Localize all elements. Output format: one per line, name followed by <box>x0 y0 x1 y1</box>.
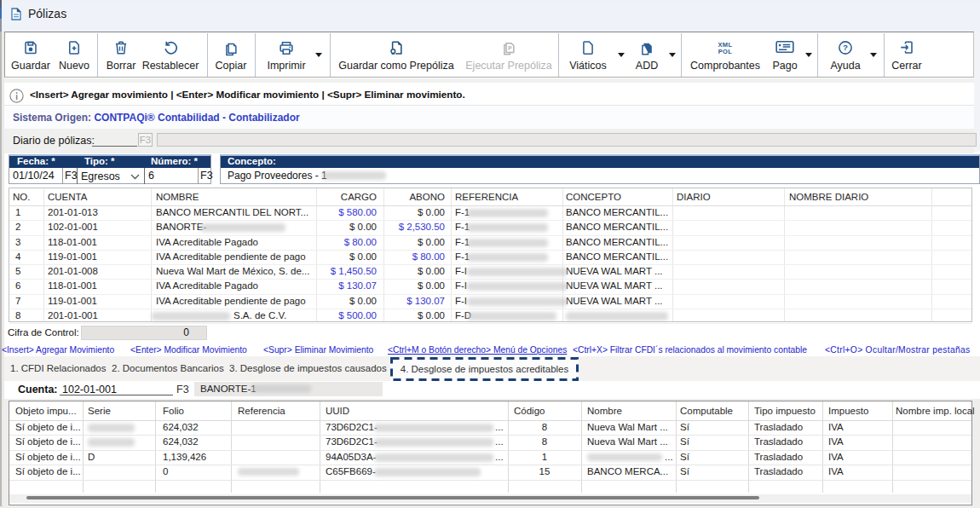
svg-text:P: P <box>508 45 512 51</box>
svg-text:POL: POL <box>718 48 733 55</box>
svg-text:?: ? <box>843 43 848 52</box>
